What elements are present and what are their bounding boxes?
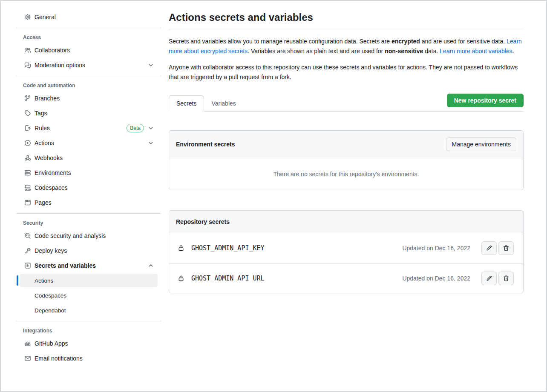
delete-secret-button[interactable] bbox=[498, 272, 514, 285]
hubot-icon bbox=[24, 340, 31, 347]
sidebar-item-tags[interactable]: Tags bbox=[16, 106, 158, 120]
sidebar-item-label: Moderation options bbox=[35, 62, 147, 69]
sidebar-item-label: Rules bbox=[35, 125, 127, 132]
codespaces-icon bbox=[24, 184, 31, 191]
intro-text: Secrets and variables allow you to manag… bbox=[169, 38, 392, 45]
sidebar-item-collaborators[interactable]: Collaborators bbox=[16, 43, 158, 57]
trash-icon bbox=[503, 275, 510, 282]
sidebar-item-label: Webhooks bbox=[35, 155, 154, 161]
sidebar-item-rules[interactable]: Rules Beta bbox=[16, 121, 158, 135]
sidebar-item-pages[interactable]: Pages bbox=[16, 196, 158, 209]
people-icon bbox=[24, 47, 31, 54]
sidebar-item-webhooks[interactable]: Webhooks bbox=[16, 151, 158, 165]
sidebar-item-label: Email notifications bbox=[35, 355, 154, 362]
sidebar-item-label: Tags bbox=[35, 110, 154, 117]
tab-secrets[interactable]: Secrets bbox=[169, 95, 204, 112]
sidebar-item-code-security[interactable]: Code security and analysis bbox=[16, 229, 158, 243]
page-title: Actions secrets and variables bbox=[169, 11, 524, 24]
sidebar-item-deploy-keys[interactable]: Deploy keys bbox=[16, 244, 158, 258]
chevron-down-icon bbox=[147, 140, 154, 146]
intro-bold-non-sensitive: non-sensitive bbox=[385, 48, 423, 54]
chevron-up-icon bbox=[147, 262, 154, 269]
beta-badge: Beta bbox=[127, 124, 144, 132]
edit-secret-button[interactable] bbox=[481, 241, 497, 255]
mail-icon bbox=[24, 355, 31, 362]
sidebar-item-label: Environments bbox=[35, 169, 154, 176]
repository-secrets-header: Repository secrets bbox=[169, 211, 523, 233]
title-divider bbox=[169, 30, 524, 30]
edit-secret-button[interactable] bbox=[481, 272, 497, 285]
browser-icon bbox=[24, 199, 31, 206]
webhook-icon bbox=[24, 155, 31, 161]
codescan-icon bbox=[24, 232, 31, 239]
collaborator-paragraph: Anyone with collaborator access to this … bbox=[169, 63, 524, 82]
sidebar-item-email-notifications[interactable]: Email notifications bbox=[16, 352, 158, 365]
sidebar-item-label: Collaborators bbox=[35, 47, 154, 54]
sidebar-subitem-label: Dependabot bbox=[35, 307, 66, 314]
secret-updated-date: Updated on Dec 16, 2022 bbox=[402, 245, 470, 252]
chevron-down-icon bbox=[147, 125, 154, 132]
trash-icon bbox=[503, 245, 510, 252]
environment-secrets-header: Environment secrets Manage environments bbox=[169, 131, 523, 158]
settings-sidebar: General Access Collaborators Moderation … bbox=[1, 1, 161, 391]
sidebar-section-code-automation: Code and automation bbox=[16, 83, 158, 89]
sidebar-subitem-dependabot[interactable]: Dependabot bbox=[16, 303, 158, 317]
secret-name: GHOST_ADMIN_API_URL bbox=[191, 275, 265, 282]
secret-row: GHOST_ADMIN_API_KEY Updated on Dec 16, 2… bbox=[169, 233, 523, 263]
sidebar-item-codespaces[interactable]: Codespaces bbox=[16, 181, 158, 195]
intro-text: data. bbox=[423, 48, 440, 54]
gear-icon bbox=[24, 14, 31, 20]
environment-secrets-box: Environment secrets Manage environments … bbox=[169, 130, 524, 190]
sidebar-section-security: Security bbox=[16, 220, 158, 226]
sidebar-item-secrets-and-variables[interactable]: Secrets and variables bbox=[16, 259, 158, 272]
sidebar-divider bbox=[16, 321, 161, 321]
chevron-down-icon bbox=[147, 62, 154, 69]
sidebar-item-label: Codespaces bbox=[35, 184, 154, 191]
sidebar-divider bbox=[16, 213, 161, 214]
environment-secrets-title: Environment secrets bbox=[176, 141, 235, 148]
tab-variables[interactable]: Variables bbox=[204, 96, 243, 111]
sidebar-divider bbox=[16, 76, 161, 76]
sidebar-item-label: General bbox=[35, 14, 154, 20]
sidebar-item-label: Pages bbox=[35, 199, 154, 206]
lock-icon bbox=[178, 275, 184, 282]
sidebar-item-branches[interactable]: Branches bbox=[16, 92, 158, 105]
sidebar-item-label: Branches bbox=[35, 95, 154, 102]
settings-page: General Access Collaborators Moderation … bbox=[0, 0, 547, 392]
sidebar-item-general[interactable]: General bbox=[16, 10, 158, 24]
pencil-icon bbox=[486, 245, 492, 252]
sidebar-subitem-codespaces[interactable]: Codespaces bbox=[16, 289, 158, 302]
secret-name: GHOST_ADMIN_API_KEY bbox=[191, 244, 265, 252]
sidebar-subitem-label: Actions bbox=[35, 278, 53, 284]
intro-text: . bbox=[512, 48, 514, 54]
repository-secrets-box: Repository secrets GHOST_ADMIN_API_KEY U… bbox=[169, 210, 524, 293]
play-icon bbox=[24, 140, 31, 146]
sidebar-item-label: Deploy keys bbox=[35, 247, 154, 254]
learn-more-variables-link[interactable]: Learn more about variables bbox=[440, 48, 512, 54]
secret-row-actions bbox=[481, 272, 514, 285]
environment-secrets-empty-text: There are no secrets for this repository… bbox=[169, 158, 523, 190]
intro-text: and are used for sensitive data. bbox=[420, 38, 507, 45]
manage-environments-button[interactable]: Manage environments bbox=[446, 137, 516, 151]
key-icon bbox=[24, 247, 31, 254]
sidebar-item-label: GitHub Apps bbox=[35, 340, 154, 347]
main-content: Actions secrets and variables Secrets an… bbox=[161, 1, 546, 391]
git-branch-icon bbox=[24, 95, 31, 102]
sidebar-item-github-apps[interactable]: GitHub Apps bbox=[16, 337, 158, 350]
sidebar-item-environments[interactable]: Environments bbox=[16, 166, 158, 180]
sidebar-section-access: Access bbox=[16, 34, 158, 40]
secrets-variables-tabbar: Secrets Variables New repository secret bbox=[169, 94, 524, 112]
sidebar-item-label: Code security and analysis bbox=[35, 232, 154, 239]
sidebar-item-label: Actions bbox=[35, 140, 147, 146]
secret-row-actions bbox=[481, 241, 514, 255]
sidebar-item-actions[interactable]: Actions bbox=[16, 136, 158, 150]
delete-secret-button[interactable] bbox=[498, 241, 514, 255]
rules-icon bbox=[24, 125, 31, 132]
secret-row: GHOST_ADMIN_API_URL Updated on Dec 16, 2… bbox=[169, 263, 523, 293]
pencil-icon bbox=[486, 275, 492, 282]
secret-updated-date: Updated on Dec 16, 2022 bbox=[402, 275, 470, 282]
new-repository-secret-button[interactable]: New repository secret bbox=[447, 94, 524, 107]
sidebar-item-moderation-options[interactable]: Moderation options bbox=[16, 58, 158, 72]
repository-secrets-title: Repository secrets bbox=[176, 218, 230, 225]
sidebar-subitem-actions-selected[interactable]: Actions bbox=[20, 274, 158, 287]
